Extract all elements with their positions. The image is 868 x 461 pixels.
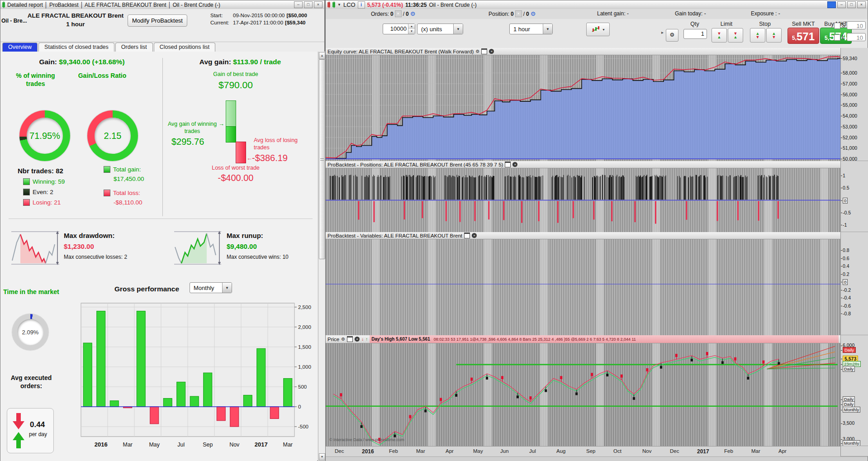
price-scale-tag-box: Monthly xyxy=(843,440,860,446)
limit-label: Limit xyxy=(711,21,742,27)
last-price: 5,573 (-0.41%) xyxy=(367,2,403,8)
scroll-down-button[interactable]: ▼ xyxy=(319,453,325,461)
tab-overview[interactable]: Overview xyxy=(2,43,38,52)
positions-chart xyxy=(326,168,840,232)
time-axis-label: Mar xyxy=(416,448,425,454)
period-select[interactable]: Monthly ▼ xyxy=(190,282,232,293)
cancel-orders-icon[interactable]: × xyxy=(395,10,402,17)
stop-checkbox[interactable] xyxy=(834,23,840,29)
info-icon[interactable]: i xyxy=(358,1,365,9)
detailed-report-window: Detailed report │ ProBacktest │ ALE FRAC… xyxy=(0,0,325,461)
limit-sell-button[interactable]: ▼▲ xyxy=(711,28,727,43)
wrench-icon[interactable]: ⚙ xyxy=(341,337,345,342)
max-drawdown-label: Max drawdown: xyxy=(64,232,115,239)
tab-statistics-of-closed-trades[interactable]: Statistics of closed trades xyxy=(38,43,114,52)
winning-trades-donut: 71.95% xyxy=(19,110,70,161)
ratio-value: 2.15 xyxy=(104,131,122,141)
close-button[interactable]: × xyxy=(857,1,866,8)
s-field[interactable]: 10 xyxy=(847,21,866,29)
total-loss-label: Total loss: xyxy=(104,190,140,196)
equity-curve-chart xyxy=(326,55,840,161)
gain-loss-ratio-donut: 2.15 xyxy=(87,110,138,161)
sell-market-button[interactable]: 5,571 xyxy=(787,28,819,44)
close-panel-icon[interactable]: × xyxy=(489,49,494,54)
scroll-up-button[interactable]: ▲ xyxy=(319,52,325,59)
price-panel-title: Price xyxy=(327,337,339,342)
start-capital: [$50,000 xyxy=(286,12,307,19)
scale-tick xyxy=(841,350,842,351)
gain-value: $9,340.00 (+18.68%) xyxy=(59,58,124,66)
time-in-market-label: Time in the market xyxy=(3,288,59,296)
collapse-arrow-icon[interactable]: ▸ xyxy=(661,30,664,35)
scale-tick xyxy=(841,346,842,346)
scale-tick xyxy=(841,282,842,282)
avg-orders-unit: per day xyxy=(29,431,47,437)
status-row: Orders: 0 × /0 ⚙ Position: 0 × /0 ⚙ Late… xyxy=(326,9,868,19)
detach-window-icon[interactable] xyxy=(464,233,470,238)
arrow-down-icon[interactable]: ↓ xyxy=(361,337,364,342)
orders-settings-icon[interactable]: ⚙ xyxy=(410,10,416,17)
scrollbar-thumb[interactable] xyxy=(319,59,325,259)
svg-text:2,500: 2,500 xyxy=(298,304,311,310)
tab-orders-list[interactable]: Orders list xyxy=(115,43,153,52)
time-axis-label: Jun xyxy=(500,448,509,454)
units-select[interactable]: (x) units▼ xyxy=(417,24,463,34)
tab-closed-positions-list[interactable]: Closed positions list xyxy=(154,43,215,52)
minimize-button[interactable]: – xyxy=(837,1,846,8)
maximize-button[interactable]: □ xyxy=(304,1,313,8)
left-scrollbar[interactable]: ▲ ▼ xyxy=(318,52,325,461)
scale-tick xyxy=(841,148,842,148)
symbol-dropdown-icon[interactable]: ▼ xyxy=(337,3,341,7)
time-axis-label: Sep xyxy=(586,448,595,454)
instrument-short-label: Oil - Bre... xyxy=(1,18,28,24)
detach-window-icon[interactable] xyxy=(481,48,487,54)
maximize-button[interactable]: □ xyxy=(847,1,856,8)
stop-buy-button[interactable]: ▲▼ xyxy=(766,28,782,43)
close-panel-icon[interactable]: × xyxy=(512,162,517,167)
order-settings-button[interactable]: ⚙ xyxy=(666,29,678,42)
detach-window-icon[interactable] xyxy=(505,162,511,167)
equity-panel-title: Equity curve: ALE FRACTAL BREAKOUT Brent… xyxy=(327,49,474,54)
wrench-icon[interactable]: ⚙ xyxy=(475,49,479,54)
time-axis[interactable]: Dec2016FebMarAprMayJunJulAugSepOctNovDec… xyxy=(326,446,840,457)
avg-orders-label: Avg executed orders: xyxy=(3,374,59,390)
qty-field[interactable]: 1 xyxy=(683,29,707,39)
gain-label: Gain: xyxy=(39,58,57,66)
scale-tick xyxy=(841,225,842,225)
l-field[interactable]: 10 xyxy=(847,33,866,41)
backtest-period: Start: 09-Nov-2015 00:00:00 [$50,000 Cur… xyxy=(210,12,307,26)
timeframe-select[interactable]: 1 hour▼ xyxy=(509,24,553,34)
avg-orders-card: 0.44 per day xyxy=(7,408,54,453)
minimize-button[interactable]: – xyxy=(294,1,303,8)
limit-buy-button[interactable]: ▼▲ xyxy=(728,28,743,43)
equity-price-scale[interactable]: 59,34058,00057,00056,00055,00054,00053,0… xyxy=(840,48,868,161)
stop-sell-button[interactable]: ▲▼ xyxy=(750,28,765,43)
quantity-spinner[interactable]: 10000 ▲▼ xyxy=(383,24,415,34)
position-settings-icon[interactable]: ⚙ xyxy=(531,10,536,17)
close-panel-icon[interactable]: × xyxy=(355,337,360,342)
runup-sparkline xyxy=(173,229,223,266)
close-button[interactable]: × xyxy=(314,1,323,8)
detach-window-icon[interactable] xyxy=(347,336,353,342)
variables-panel-header: ProBacktest - Variables: ALE FRACTAL BRE… xyxy=(326,232,840,239)
ratio-label: Gain/Loss Ratio xyxy=(75,71,129,80)
variables-scale[interactable]: 0.80.60.40.20-0.2-0.4-0.6-0.8 xyxy=(840,232,868,335)
s-label: S xyxy=(842,22,845,29)
workspace-icon[interactable] xyxy=(827,1,836,8)
scale-tick xyxy=(841,250,842,251)
time-axis-label: Apr xyxy=(778,448,787,454)
close-panel-icon[interactable]: × xyxy=(472,233,477,238)
price-scale[interactable]: 6,000Daily5,57323m28sDailyDailyDailyMont… xyxy=(840,335,868,446)
limit-checkbox[interactable] xyxy=(834,34,840,41)
chart-type-button[interactable]: ▼ xyxy=(586,23,610,36)
positions-scale[interactable]: 10.50-0.5-1 xyxy=(840,161,868,232)
scale-tick xyxy=(841,290,842,290)
close-position-icon[interactable]: × xyxy=(515,10,522,17)
spin-down-icon[interactable]: ▼ xyxy=(408,29,415,34)
spin-up-icon[interactable]: ▲ xyxy=(408,24,415,29)
arrow-up-icon[interactable]: ↑ xyxy=(365,337,368,342)
scale-label: 54,000 xyxy=(843,113,857,119)
avg-win-label: Avg gain of winning trades xyxy=(163,120,221,135)
candle-red-icon xyxy=(327,2,330,7)
modify-probacktest-button[interactable]: Modify ProBacktest xyxy=(128,14,187,27)
